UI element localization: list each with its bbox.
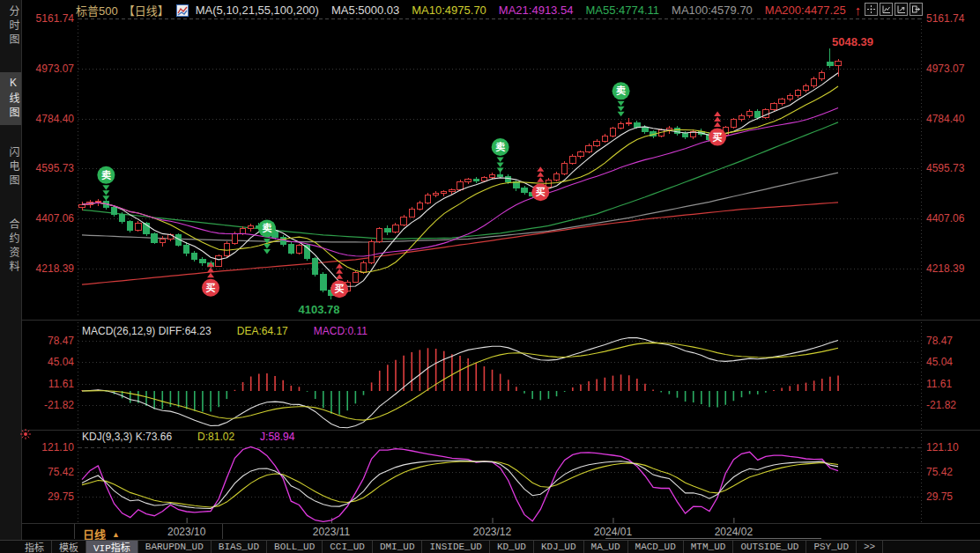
sell-signal-marker: 卖	[612, 82, 630, 116]
svg-text:78.47: 78.47	[926, 335, 953, 347]
sell-signal-marker: 卖	[258, 219, 276, 254]
indicator-value: MACD:0.11	[314, 325, 368, 337]
tab-vip-indicators[interactable]: VIP指标	[86, 541, 138, 553]
gridlines	[22, 18, 980, 524]
symbol-name: 标普500	[76, 2, 118, 18]
indicator-value: MACD(26,12,9) DIFF:64.23	[82, 325, 212, 337]
svg-text:买: 买	[536, 187, 546, 197]
svg-text:11.61: 11.61	[48, 378, 74, 390]
svg-text:78.47: 78.47	[48, 335, 74, 347]
kdj-lines	[82, 447, 838, 522]
indicator-value: MA21:4913.54	[499, 4, 574, 17]
alert-icon[interactable]	[19, 428, 32, 440]
macd-histogram	[82, 348, 838, 414]
triangle-up-icon: ▲	[112, 530, 120, 539]
ma-overlay-lines	[82, 122, 838, 284]
sidebar-item-time-chart[interactable]: 分时图	[0, 5, 21, 48]
macd-readout: MACD(26,12,9) DIFF:64.23DEA:64.17MACD:0.…	[82, 325, 380, 337]
tab-outside-ud[interactable]: OUTSIDE_UD	[733, 541, 806, 553]
tab-kd-ud[interactable]: KD_UD	[490, 541, 534, 553]
tab-bias-ud[interactable]: BIAS_UD	[212, 541, 267, 553]
exit-pane-tool-icon[interactable]	[909, 3, 923, 16]
tab-macd-ud[interactable]: MACD_UD	[628, 541, 684, 553]
svg-text:75.42: 75.42	[48, 466, 74, 478]
trade-signal-markers: 卖买卖买卖买卖买	[97, 82, 726, 298]
trading-app-window: 5161.745161.744973.074973.074784.404784.…	[0, 0, 980, 553]
period-label: 【日线】	[123, 2, 169, 18]
indicator-value: KDJ(9,3,3) K:73.66	[82, 431, 172, 443]
sidebar-item-contract-info[interactable]: 合约资料	[0, 218, 21, 275]
svg-text:5161.74: 5161.74	[926, 12, 965, 25]
sidebar-item-flash-chart[interactable]: 闪电图	[0, 146, 21, 188]
svg-text:4973.07: 4973.07	[36, 63, 75, 75]
ma-values-readout: MA(5,10,21,55,100,200)MA5:5000.03MA10:49…	[196, 4, 858, 17]
move-tool-icon[interactable]	[865, 3, 878, 16]
svg-text:2024/02: 2024/02	[715, 526, 754, 538]
sidebar-item-kline-chart[interactable]: K线图	[0, 72, 21, 125]
indicator-value: MA55:4774.11	[585, 4, 659, 17]
svg-text:29.75: 29.75	[926, 490, 953, 503]
svg-text:-21.82: -21.82	[926, 399, 956, 411]
indicator-value: DEA:64.17	[237, 325, 288, 337]
sell-signal-marker: 卖	[97, 166, 115, 201]
svg-text:2023/12: 2023/12	[473, 526, 512, 538]
price-annotations: 5048.394103.78	[299, 35, 874, 316]
chart-type-icon	[176, 4, 189, 17]
buy-signal-marker: 买	[330, 263, 348, 298]
svg-text:买: 买	[206, 283, 216, 293]
tab-kdj-ud[interactable]: KDJ_UD	[534, 541, 584, 553]
tab-dmi-ud[interactable]: DMI_UD	[373, 541, 423, 553]
svg-text:2023/10: 2023/10	[167, 526, 206, 538]
ma-lines	[82, 73, 838, 287]
indicator-value: MA(5,10,21,55,100,200)	[196, 4, 319, 17]
axis-scale-tool-icon[interactable]	[880, 3, 893, 16]
indicator-value: MA10:4975.70	[412, 4, 486, 17]
tab-boll-ud[interactable]: BOLL_UD	[267, 541, 323, 553]
tab-templates[interactable]: 模板	[52, 541, 86, 553]
svg-text:4103.78: 4103.78	[299, 303, 340, 316]
svg-text:4595.73: 4595.73	[36, 162, 75, 174]
svg-text:2023/11: 2023/11	[313, 526, 351, 538]
indicator-value: MA200:4477.25	[765, 4, 846, 17]
macd-lines	[82, 338, 838, 428]
indicator-value: MA100:4579.70	[672, 4, 753, 17]
svg-text:卖: 卖	[495, 141, 505, 152]
indicator-value: J:58.94	[260, 431, 294, 443]
buy-signal-marker: 买	[202, 262, 219, 297]
chart-type-sidebar: 分时图 K线图 闪电图 合约资料	[0, 0, 22, 540]
svg-text:45.04: 45.04	[926, 356, 953, 368]
svg-text:2024/01: 2024/01	[594, 526, 633, 538]
svg-text:45.04: 45.04	[48, 356, 74, 368]
tab-ma-ud[interactable]: MA_UD	[584, 541, 628, 553]
sell-signal-marker: 卖	[492, 138, 509, 173]
svg-text:-21.82: -21.82	[44, 399, 74, 411]
buy-signal-marker: 买	[709, 112, 726, 146]
svg-text:买: 买	[713, 132, 723, 143]
tab-more-tabs[interactable]: >>	[857, 541, 883, 553]
tab-cci-ud[interactable]: CCI_UD	[323, 541, 373, 553]
chart-header: 标普500 【日线】 MA(5,10,21,55,100,200)MA5:500…	[76, 3, 861, 18]
svg-text:4407.06: 4407.06	[926, 212, 965, 225]
tab-inside-ud[interactable]: INSIDE_UD	[422, 541, 489, 553]
svg-text:121.10: 121.10	[41, 441, 74, 453]
tab-indicators[interactable]: 指标	[18, 541, 52, 553]
indicator-tab-bar: 指标模板VIP指标BARUPDN_UDBIAS_UDBOLL_UDCCI_UDD…	[0, 540, 980, 553]
svg-text:4595.73: 4595.73	[926, 162, 965, 174]
axis-labels: 5161.745161.744973.074973.074784.404784.…	[36, 12, 965, 503]
svg-text:卖: 卖	[101, 169, 111, 181]
kdj-readout: KDJ(9,3,3) K:73.66D:81.02J:58.94	[82, 431, 307, 443]
svg-text:4218.39: 4218.39	[36, 262, 75, 275]
svg-text:4218.39: 4218.39	[926, 262, 965, 275]
svg-text:29.75: 29.75	[48, 490, 74, 503]
tab-mtm-ud[interactable]: MTM_UD	[684, 541, 734, 553]
x-axis-labels: 2023/102023/112023/122024/012024/02	[75, 518, 754, 539]
axis-pan-tool-icon[interactable]	[895, 3, 908, 16]
svg-text:卖: 卖	[616, 85, 626, 96]
svg-text:5048.39: 5048.39	[832, 35, 873, 48]
tab-barupdn-ud[interactable]: BARUPDN_UD	[138, 541, 212, 553]
svg-text:121.10: 121.10	[926, 441, 959, 453]
svg-text:11.61: 11.61	[926, 378, 952, 390]
chart-toolbar	[865, 3, 923, 16]
svg-text:卖: 卖	[262, 222, 271, 233]
tab-psy-ud[interactable]: PSY_UD	[806, 541, 857, 553]
